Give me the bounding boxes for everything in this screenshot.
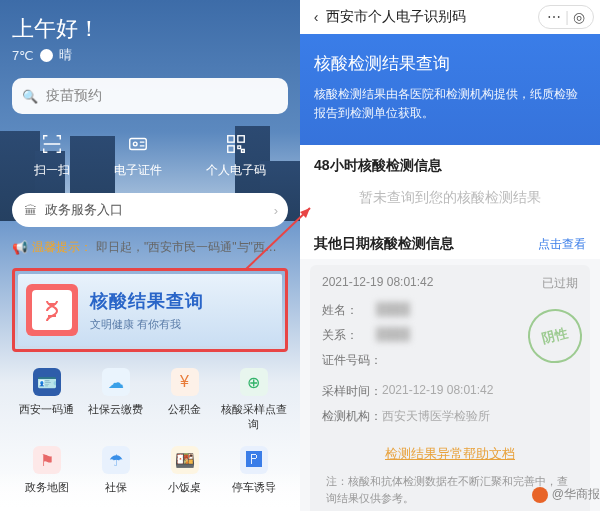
grid-label: 小饭桌: [150, 480, 219, 495]
card-icon: [114, 132, 162, 156]
grid-label: 西安一码通: [12, 402, 81, 417]
ecode-action[interactable]: 个人电子码: [206, 132, 266, 179]
grid-label: 核酸采样点查询: [219, 402, 288, 432]
speaker-icon: 📢: [12, 240, 28, 255]
search-box[interactable]: 🔍 疫苗预约: [12, 78, 288, 114]
search-placeholder-1: 疫苗预约: [46, 87, 102, 105]
weibo-icon: [532, 487, 548, 503]
page-title: 西安市个人电子识别码: [326, 8, 538, 26]
search-row-1[interactable]: 🔍 疫苗预约: [22, 78, 278, 114]
svg-rect-2: [228, 136, 234, 142]
grid-item-xiaofanzhuo[interactable]: 🍱小饭桌: [150, 446, 219, 495]
page-header: ‹ 西安市个人电子识别码 ⋯|◎: [300, 0, 600, 34]
grid-label: 停车诱导: [219, 480, 288, 495]
ecert-action[interactable]: 电子证件: [114, 132, 162, 179]
greeting-text: 上午好！: [12, 14, 288, 44]
miniapp-menu[interactable]: ⋯|◎: [538, 5, 594, 29]
temperature: 7℃: [12, 48, 34, 63]
weibo-handle: @华商报: [552, 486, 600, 503]
scan-label: 扫一扫: [34, 162, 70, 179]
name-value: ████: [376, 302, 410, 319]
section-other-heading-row: 其他日期核酸检测信息 点击查看: [300, 223, 600, 259]
svg-point-1: [133, 142, 137, 146]
section-other-heading: 其他日期核酸检测信息: [314, 235, 454, 253]
more-icon: ⋯: [547, 9, 561, 25]
grid-label: 政务地图: [12, 480, 81, 495]
qr-icon: [206, 132, 266, 156]
banner-title: 核酸结果查询: [90, 289, 204, 313]
scan-icon: [34, 132, 70, 156]
gov-icon: 🏛: [24, 203, 37, 218]
grid-label: 社保云缴费: [81, 402, 150, 417]
grid-label: 公积金: [150, 402, 219, 417]
no-result-text: 暂未查询到您的核酸检测结果: [300, 181, 600, 223]
banner-icon-box: [26, 284, 78, 336]
weibo-watermark: @华商报: [532, 486, 600, 503]
weather-row: 7℃ 晴: [12, 46, 288, 64]
sample-time-label: 采样时间：: [322, 383, 382, 400]
dna-icon: [32, 290, 72, 330]
ecode-label: 个人电子码: [206, 162, 266, 179]
service-grid: 🪪西安一码通 ☁社保云缴费 ¥公积金 ⊕核酸采样点查询 ⚑政务地图 ☂社保 🍱小…: [12, 368, 288, 495]
org-label: 检测机构：: [322, 408, 382, 425]
result-card[interactable]: 2021-12-19 08:01:42 已过期 姓名：████ 关系：████ …: [310, 265, 590, 511]
sample-time-value: 2021-12-19 08:01:42: [382, 383, 493, 400]
notice-tag: 温馨提示：: [32, 239, 92, 256]
grid-item-yimatong[interactable]: 🪪西安一码通: [12, 368, 81, 432]
weather-text: 晴: [59, 46, 72, 64]
query-header-block: 核酸检测结果查询 核酸检测结果由各医院和检测机构提供，纸质检验报告到检测单位获取…: [300, 34, 600, 145]
search-icon: 🔍: [22, 89, 38, 104]
view-more-link[interactable]: 点击查看: [538, 236, 586, 253]
sun-icon: [40, 49, 53, 62]
grid-item-shebao-pay[interactable]: ☁社保云缴费: [81, 368, 150, 432]
banner-subtitle: 文明健康 有你有我: [90, 317, 204, 332]
gov-label: 政务服务入口: [45, 201, 123, 219]
relation-label: 关系：: [322, 327, 376, 344]
ecert-label: 电子证件: [114, 162, 162, 179]
grid-item-gov-map[interactable]: ⚑政务地图: [12, 446, 81, 495]
svg-rect-3: [238, 136, 244, 142]
expired-badge: 已过期: [542, 275, 578, 292]
org-value: 西安天博医学检验所: [382, 408, 490, 425]
grid-item-shebao[interactable]: ☂社保: [81, 446, 150, 495]
quick-actions-row: 扫一扫 电子证件 个人电子码: [12, 132, 288, 179]
scan-action[interactable]: 扫一扫: [34, 132, 70, 179]
query-description: 核酸检测结果由各医院和检测机构提供，纸质检验报告到检测单位获取。: [314, 85, 586, 123]
relation-value: ████: [376, 327, 410, 344]
query-heading: 核酸检测结果查询: [314, 52, 586, 75]
name-label: 姓名：: [322, 302, 376, 319]
svg-rect-4: [228, 146, 234, 152]
back-icon[interactable]: ‹: [306, 9, 326, 25]
section-48h-heading: 48小时核酸检测信息: [300, 145, 600, 181]
annotation-arrow-icon: [240, 200, 320, 284]
grid-item-sampling[interactable]: ⊕核酸采样点查询: [219, 368, 288, 432]
svg-rect-0: [130, 139, 147, 150]
card-timestamp: 2021-12-19 08:01:42: [322, 275, 433, 292]
close-circle-icon: ◎: [573, 9, 585, 25]
help-doc-link[interactable]: 检测结果异常帮助文档: [385, 446, 515, 461]
grid-label: 社保: [81, 480, 150, 495]
nucleic-banner[interactable]: 核酸结果查询 文明健康 有你有我: [18, 274, 282, 346]
grid-item-parking[interactable]: 🅿停车诱导: [219, 446, 288, 495]
grid-item-gongjijin[interactable]: ¥公积金: [150, 368, 219, 432]
id-label: 证件号码：: [322, 352, 382, 369]
